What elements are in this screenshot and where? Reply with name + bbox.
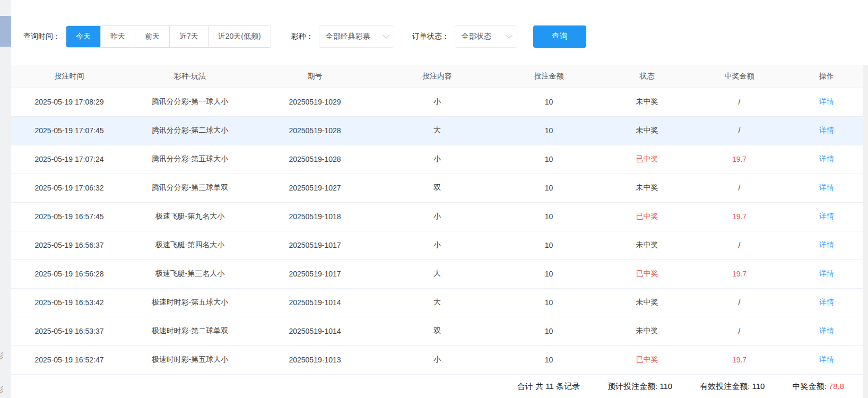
cell-status: 未中奖 (601, 231, 693, 259)
cell-game: 腾讯分分彩-第五球大小 (127, 145, 253, 174)
cell-amount: 10 (497, 174, 601, 202)
scrollbar-track[interactable] (863, 65, 868, 398)
cell-content: 双 (377, 317, 497, 345)
time-filter-last-7-days[interactable]: 近7天 (169, 26, 208, 47)
cell-prize: 19.7 (693, 145, 785, 174)
table-row: 2025-05-19 16:52:47 极速时时彩-第五球大小 20250519… (11, 345, 868, 374)
time-filter-group: 今天 昨天 前天 近7天 近20天(低频) (66, 25, 271, 48)
cell-amount: 10 (497, 202, 601, 231)
cell-issue: 20250519-1028 (253, 145, 377, 174)
chevron-down-icon (506, 32, 513, 39)
cell-status: 未中奖 (601, 88, 693, 116)
table-row: 2025-05-19 17:08:29 腾讯分分彩-第一球大小 20250519… (11, 88, 868, 116)
cell-game: 极速飞艇-第四名大小 (127, 231, 253, 259)
cell-prize: / (693, 116, 785, 145)
table-row: 2025-05-19 16:53:42 极速时时彩-第五球大小 20250519… (11, 288, 868, 317)
detail-link[interactable]: 详情 (819, 97, 834, 106)
time-filter-last-20-days[interactable]: 近20天(低频) (208, 26, 271, 47)
cell-bet-time: 2025-05-19 16:56:28 (11, 259, 127, 288)
cell-bet-time: 2025-05-19 16:57:45 (11, 202, 127, 231)
cell-action: 详情 (785, 259, 868, 288)
cell-status: 已中奖 (601, 259, 693, 288)
col-header-content: 投注内容 (377, 65, 497, 88)
sidebar-sliver: 彩 彩 (0, 0, 11, 398)
detail-link[interactable]: 详情 (819, 240, 834, 249)
table-header-row: 投注时间 彩种-玩法 期号 投注内容 投注金额 状态 中奖金额 操作 (11, 65, 868, 88)
time-filter-yesterday[interactable]: 昨天 (100, 26, 135, 47)
cell-action: 详情 (785, 231, 868, 259)
cell-prize: / (693, 174, 785, 202)
detail-link[interactable]: 详情 (819, 269, 834, 278)
order-status-select[interactable]: 全部状态 (455, 25, 517, 48)
table-row: 2025-05-19 16:56:28 极速飞艇-第三名大小 20250519-… (11, 259, 868, 288)
cell-game: 极速时时彩-第五球大小 (127, 345, 253, 374)
cell-game: 极速飞艇-第三名大小 (127, 259, 253, 288)
cell-action: 详情 (785, 317, 868, 345)
cell-amount: 10 (497, 288, 601, 317)
lottery-type-select[interactable]: 全部经典彩票 (319, 25, 394, 48)
time-filter-today[interactable]: 今天 (66, 26, 100, 47)
summary-prize: 中奖金额: 78.8 (792, 382, 844, 392)
cell-content: 小 (377, 88, 497, 116)
detail-link[interactable]: 详情 (819, 126, 834, 134)
detail-link[interactable]: 详情 (819, 183, 834, 192)
col-header-status: 状态 (601, 65, 693, 88)
lottery-type-label: 彩种： (291, 32, 314, 41)
cell-game: 极速时时彩-第二球单双 (127, 317, 253, 345)
summary-expected-label: 预计投注金额: (607, 382, 657, 391)
query-button[interactable]: 查询 (533, 25, 586, 48)
cell-amount: 10 (497, 145, 601, 174)
lottery-type-value: 全部经典彩票 (326, 32, 370, 41)
sidebar-item-label-partial: 彩 (0, 385, 3, 395)
summary-valid: 有效投注金额: 110 (700, 382, 765, 392)
cell-bet-time: 2025-05-19 16:53:37 (11, 317, 127, 345)
col-header-prize: 中奖金额 (693, 65, 785, 88)
cell-amount: 10 (497, 259, 601, 288)
cell-action: 详情 (785, 288, 868, 317)
cell-status: 已中奖 (601, 145, 693, 174)
cell-amount: 10 (497, 231, 601, 259)
detail-link[interactable]: 详情 (819, 212, 834, 220)
cell-amount: 10 (497, 317, 601, 345)
bet-records-table: 投注时间 彩种-玩法 期号 投注内容 投注金额 状态 中奖金额 操作 2025-… (11, 65, 868, 375)
cell-action: 详情 (785, 345, 868, 374)
cell-game: 极速飞艇-第九名大小 (127, 202, 253, 231)
cell-prize: / (693, 317, 785, 345)
detail-link[interactable]: 详情 (819, 355, 834, 364)
time-filter-day-before[interactable]: 前天 (135, 26, 169, 47)
summary-bar: 合计 共 11 条记录 预计投注金额: 110 有效投注金额: 110 中奖金额… (11, 375, 868, 398)
cell-status: 未中奖 (601, 174, 693, 202)
sidebar-active-item-partial[interactable] (0, 16, 11, 47)
chevron-down-icon (383, 32, 389, 39)
cell-content: 小 (377, 202, 497, 231)
detail-link[interactable]: 详情 (819, 154, 834, 163)
table-row: 2025-05-19 16:57:45 极速飞艇-第九名大小 20250519-… (11, 202, 868, 231)
cell-issue: 20250519-1018 (253, 202, 377, 231)
detail-link[interactable]: 详情 (819, 298, 834, 306)
table-row: 2025-05-19 16:56:37 极速飞艇-第四名大小 20250519-… (11, 231, 868, 259)
cell-game: 腾讯分分彩-第二球大小 (127, 116, 253, 145)
cell-bet-time: 2025-05-19 17:08:29 (11, 88, 127, 116)
cell-bet-time: 2025-05-19 16:53:42 (11, 288, 127, 317)
cell-issue: 20250519-1013 (253, 345, 377, 374)
cell-prize: 19.7 (693, 345, 785, 374)
cell-bet-time: 2025-05-19 17:07:24 (11, 145, 127, 174)
col-header-issue: 期号 (253, 65, 377, 88)
cell-game: 腾讯分分彩-第一球大小 (127, 88, 253, 116)
col-header-amount: 投注金额 (497, 65, 601, 88)
cell-status: 未中奖 (601, 288, 693, 317)
cell-action: 详情 (785, 202, 868, 231)
cell-issue: 20250519-1029 (253, 88, 377, 116)
cell-bet-time: 2025-05-19 16:56:37 (11, 231, 127, 259)
cell-content: 大 (377, 288, 497, 317)
cell-action: 详情 (785, 88, 868, 116)
cell-amount: 10 (497, 116, 601, 145)
cell-status: 已中奖 (601, 345, 693, 374)
cell-prize: 19.7 (693, 259, 785, 288)
col-header-game: 彩种-玩法 (127, 65, 253, 88)
cell-content: 大 (377, 259, 497, 288)
cell-amount: 10 (497, 88, 601, 116)
detail-link[interactable]: 详情 (819, 326, 834, 335)
cell-status: 未中奖 (601, 317, 693, 345)
sidebar-item-label-partial: 彩 (0, 351, 3, 361)
